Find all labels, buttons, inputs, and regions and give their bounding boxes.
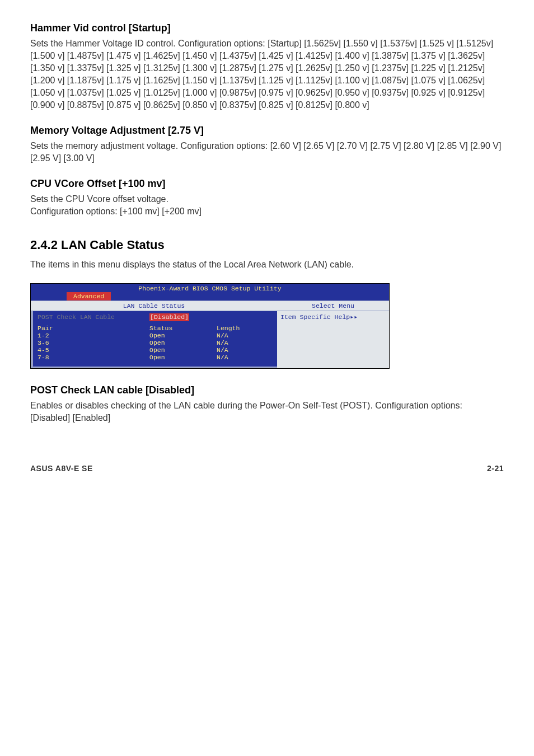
bios-setting-label: POST Check LAN Cable	[38, 313, 149, 321]
heading-post-check: POST Check LAN cable [Disabled]	[30, 383, 504, 397]
cell-pair: 3-6	[38, 339, 149, 346]
bios-panel: Phoenix-Award BIOS CMOS Setup Utility Ad…	[30, 283, 390, 369]
cell-length: N/A	[217, 339, 261, 346]
cell-pair: 4-5	[38, 346, 149, 354]
footer-right: 2-21	[487, 463, 504, 474]
cell-length: N/A	[217, 354, 261, 361]
cell-status: Open	[149, 354, 217, 361]
bios-tab-advanced[interactable]: Advanced	[67, 292, 111, 300]
body-cpu-vcore: Sets the CPU Vcore offset voltage. Confi…	[30, 193, 504, 218]
footer-left: ASUS A8V-E SE	[30, 463, 93, 474]
cell-pair: 7-8	[38, 354, 149, 361]
intro-lan-cable-status: The items in this menu displays the stat…	[30, 259, 504, 271]
table-row: 4-5 Open N/A	[38, 346, 273, 354]
heading-lan-cable-status: 2.4.2 LAN Cable Status	[30, 237, 504, 253]
heading-hammer-vid: Hammer Vid control [Startup]	[30, 21, 504, 35]
bios-left-header: LAN Cable Status	[31, 300, 277, 311]
cell-pair: 1-2	[38, 332, 149, 339]
heading-cpu-vcore: CPU VCore Offset [+100 mv]	[30, 177, 504, 191]
table-row: 3-6 Open N/A	[38, 339, 273, 346]
bios-col-pair: Pair	[38, 325, 149, 332]
cell-length: N/A	[217, 332, 261, 339]
table-row: 7-8 Open N/A	[38, 354, 273, 361]
cell-length: N/A	[217, 346, 261, 354]
bios-col-length: Length	[217, 325, 261, 332]
bios-setting-value[interactable]: [Disabled]	[149, 313, 189, 321]
body-hammer-vid: Sets the Hammer Voltage ID control. Conf…	[30, 37, 504, 111]
body-memory-voltage: Sets the memory adjustment voltage. Conf…	[30, 140, 504, 165]
bios-title: Phoenix-Award BIOS CMOS Setup Utility	[31, 284, 389, 292]
page-footer: ASUS A8V-E SE 2-21	[30, 463, 504, 474]
cell-status: Open	[149, 332, 217, 339]
arrow-right-icon: ▸▸	[350, 313, 358, 321]
table-row: 1-2 Open N/A	[38, 332, 273, 339]
cell-status: Open	[149, 346, 217, 354]
bios-help-text: Item Specific Help	[280, 313, 350, 321]
bios-col-status: Status	[149, 325, 217, 332]
heading-memory-voltage: Memory Voltage Adjustment [2.75 V]	[30, 124, 504, 138]
cell-status: Open	[149, 339, 217, 346]
bios-right-header: Select Menu	[277, 300, 389, 311]
body-post-check: Enables or disables checking of the LAN …	[30, 400, 504, 424]
